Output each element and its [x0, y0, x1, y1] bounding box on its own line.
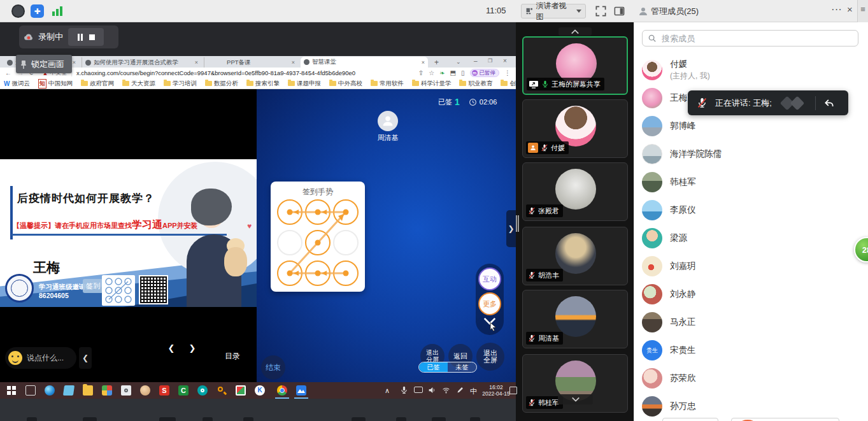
- stop-button[interactable]: [89, 34, 95, 40]
- bookmark-folder[interactable]: 搜索引擎: [246, 80, 280, 88]
- tray-pen-icon[interactable]: [456, 386, 464, 394]
- video-tile[interactable]: 付媛: [522, 99, 628, 158]
- panel-bottom-button[interactable]: [731, 418, 839, 421]
- bookmark-folder[interactable]: 课题申报: [288, 80, 321, 88]
- bookmark-folder[interactable]: 政府官网: [81, 80, 114, 88]
- member-row[interactable]: 马永正: [642, 308, 861, 336]
- exit-fullscreen-button[interactable]: 退出全屏: [476, 343, 504, 371]
- bookmark-folder[interactable]: 天大资源: [122, 80, 155, 88]
- scroll-down-chevron[interactable]: [558, 394, 593, 404]
- end-button[interactable]: 结束: [261, 355, 285, 380]
- signed-toggle[interactable]: 已签 未签: [418, 362, 477, 373]
- pinwheel-app-icon[interactable]: [102, 385, 112, 396]
- edge-icon[interactable]: [45, 385, 55, 396]
- close-panel-button[interactable]: ×: [847, 3, 853, 16]
- tab-close-icon[interactable]: ×: [73, 59, 76, 66]
- tray-mic-icon[interactable]: [400, 386, 408, 394]
- browser-tab-active[interactable]: 智慧课堂 ×: [301, 57, 428, 68]
- next-slide-button[interactable]: ❯: [183, 339, 201, 357]
- emoji-icon[interactable]: [8, 351, 22, 365]
- camtasia-s-icon[interactable]: S: [159, 385, 169, 396]
- toggle-signed-off[interactable]: 未签: [448, 362, 476, 372]
- tray-device-icon[interactable]: [414, 387, 423, 393]
- browser-tab-3[interactable]: PPT备课 ×: [204, 57, 298, 68]
- bookmark-folder[interactable]: 职业教育: [459, 80, 492, 88]
- back-icon[interactable]: ←: [5, 69, 11, 76]
- gesture-pattern[interactable]: [277, 198, 359, 287]
- member-row[interactable]: 贵生 宋贵生: [642, 336, 861, 364]
- chaoxing-app-icon[interactable]: [296, 385, 306, 396]
- video-tile[interactable]: 张殿君: [522, 162, 628, 221]
- tab-close-icon[interactable]: ×: [422, 59, 425, 66]
- member-row[interactable]: 郭博峰: [642, 112, 861, 140]
- reply-arrow-icon[interactable]: [823, 97, 835, 109]
- task-view-icon[interactable]: [25, 385, 36, 396]
- bookmark-item[interactable]: 知中国知网: [38, 79, 73, 89]
- bookmark-folder[interactable]: 常用软件: [371, 80, 404, 88]
- minimize-icon[interactable]: –: [474, 57, 478, 64]
- extension-leaf-icon[interactable]: ❧: [439, 69, 445, 76]
- member-row[interactable]: 付媛 (主持人, 我): [642, 56, 861, 84]
- new-tab-button[interactable]: +: [434, 58, 439, 67]
- bookmark-folder[interactable]: 中外高校: [329, 80, 362, 88]
- chrome-icon[interactable]: [277, 385, 287, 396]
- shield-icon[interactable]: ✚: [31, 4, 44, 18]
- file-explorer-icon[interactable]: [83, 385, 93, 396]
- view-mode-dropdown[interactable]: 演讲者视图: [521, 4, 586, 18]
- search-tool-icon[interactable]: [217, 385, 227, 396]
- interact-button[interactable]: 互动: [478, 268, 501, 290]
- member-row[interactable]: 孙万忠: [642, 392, 861, 420]
- extension-puzzle-icon[interactable]: ⬒: [450, 69, 456, 76]
- more-button[interactable]: 更多: [478, 292, 501, 315]
- browser-tab-2[interactable]: 如何使用学习通开展混合式教学 ×: [82, 57, 201, 68]
- more-options-button[interactable]: ···: [831, 3, 842, 16]
- sidebar-toggle-icon[interactable]: [613, 5, 625, 17]
- video-tile[interactable]: 周清基: [522, 290, 628, 348]
- toc-button[interactable]: 目录: [216, 348, 249, 364]
- k-player-icon[interactable]: K: [255, 385, 265, 396]
- maximize-icon[interactable]: ❐: [488, 58, 492, 64]
- device-icon[interactable]: ▯: [461, 69, 465, 76]
- chat-input[interactable]: 说点什么...: [5, 347, 76, 369]
- c-app-icon[interactable]: C: [178, 385, 189, 396]
- member-row[interactable]: 李原仪: [642, 196, 861, 224]
- signal-bars-icon[interactable]: [51, 4, 64, 18]
- video-tile[interactable]: 胡浩丰: [522, 227, 628, 285]
- notification-icon[interactable]: [509, 387, 517, 394]
- collapse-panel-handle[interactable]: ❯: [506, 210, 516, 247]
- toggle-signed-on[interactable]: 已签: [419, 362, 448, 372]
- member-row[interactable]: 梁源: [642, 224, 861, 252]
- snip-tool-icon[interactable]: [121, 385, 131, 396]
- key-app-icon[interactable]: [197, 385, 208, 396]
- bookmark-star-icon[interactable]: ☆: [429, 69, 434, 76]
- window-close-icon[interactable]: ×: [503, 57, 507, 64]
- share-icon[interactable]: ⇪: [418, 69, 423, 76]
- profile-badge[interactable]: m已暂停: [470, 69, 500, 77]
- paint-app-icon[interactable]: [140, 385, 150, 396]
- bookmark-folder[interactable]: 科学计量学: [412, 80, 452, 88]
- column-resize-grip[interactable]: [516, 215, 519, 232]
- pause-button[interactable]: [78, 34, 83, 41]
- bookmark-folder[interactable]: 学习培训: [164, 80, 197, 88]
- member-row[interactable]: 韩桂军: [642, 168, 861, 196]
- member-row[interactable]: 苏荣欣: [642, 364, 861, 392]
- panel-bottom-button[interactable]: [662, 418, 718, 421]
- member-search-box[interactable]: [642, 30, 858, 46]
- tab-search-icon[interactable]: ⌄: [456, 59, 461, 65]
- tab-close-icon[interactable]: ×: [195, 59, 198, 66]
- url-text[interactable]: x.chaoxing.com/course/begin?connectCode=…: [76, 69, 355, 76]
- bookmark-folder[interactable]: 数据分析: [205, 80, 238, 88]
- video-tile-share[interactable]: 王梅的屏幕共享: [522, 36, 628, 95]
- tray-expand-icon[interactable]: ∧: [385, 387, 390, 395]
- chat-collapse-button[interactable]: ❮: [79, 347, 92, 369]
- member-row[interactable]: 海洋学院陈儒: [642, 140, 861, 168]
- notes-app-icon[interactable]: [63, 385, 75, 396]
- tray-speaker-icon[interactable]: [428, 386, 436, 394]
- tray-clock[interactable]: 16:02 2022-04-15: [481, 384, 511, 397]
- member-row[interactable]: 刘永静: [642, 280, 861, 308]
- fullscreen-icon[interactable]: [595, 5, 607, 17]
- start-button[interactable]: [6, 385, 17, 396]
- bookmark-item[interactable]: W微词云: [4, 80, 30, 88]
- kebab-menu-icon[interactable]: ⋮: [504, 69, 511, 76]
- tray-wifi-icon[interactable]: [442, 386, 450, 394]
